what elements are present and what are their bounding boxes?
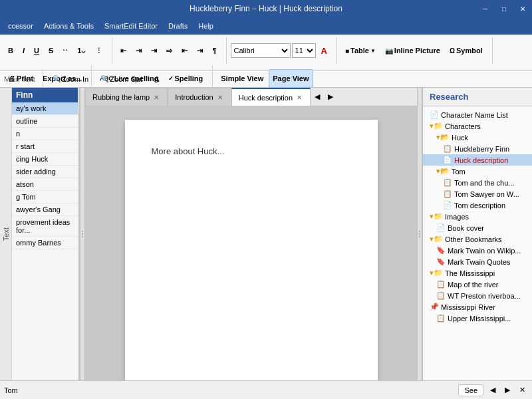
number-list-button[interactable]: 1⌵: [73, 41, 90, 60]
sidebar-items: Finn ay's work outline n r start cing Hu…: [12, 88, 78, 380]
strikethrough-button[interactable]: S: [45, 41, 57, 60]
table-button[interactable]: ■ Table ▼: [341, 41, 380, 60]
menu-bar: ccessor Actions & Tools SmartEdit Editor…: [0, 17, 532, 35]
font-size-select[interactable]: 11: [292, 43, 316, 58]
tree-characters[interactable]: ▾📁 Characters: [423, 120, 532, 132]
close-button[interactable]: ✕: [513, 0, 532, 17]
underline-button[interactable]: U: [30, 41, 43, 60]
menu-help[interactable]: Help: [193, 20, 219, 32]
bottom-nav-right[interactable]: ▶: [502, 384, 513, 396]
font-name-select[interactable]: Calibri: [231, 43, 291, 58]
text-label: Text: [2, 227, 10, 241]
tree-huck-description[interactable]: 📄 Huck description: [423, 154, 532, 166]
tree-tom-description[interactable]: 📄 Tom description: [423, 200, 532, 211]
align-justify-button[interactable]: ⇨: [162, 41, 176, 60]
sidebar-item-9[interactable]: provement ideas for...: [12, 216, 78, 237]
tree-mark-twain-quotes[interactable]: 🔖 Mark Twain Quotes: [423, 256, 532, 267]
doc-grey2-icon: 📄: [436, 223, 446, 232]
symbol-button[interactable]: Ω Symbol: [446, 41, 487, 60]
menu-drafts[interactable]: Drafts: [163, 20, 193, 32]
tree-huckleberry-finn[interactable]: 📋 Huckleberry Finn: [423, 143, 532, 154]
sidebar-item-5[interactable]: sider adding: [12, 166, 78, 178]
tree-book-cover[interactable]: 📄 Book cover: [423, 222, 532, 233]
tab-nav-right[interactable]: ▶: [324, 90, 337, 104]
sidebar-item-4[interactable]: cing Huck: [12, 153, 78, 166]
drag-dot: [419, 231, 420, 232]
special-button[interactable]: ¶: [208, 41, 220, 60]
drag-dot: [82, 236, 83, 237]
sidebar-item-6[interactable]: atson: [12, 178, 78, 191]
menu-actions-tools[interactable]: Actions & Tools: [39, 20, 99, 32]
tab-huck-description[interactable]: Huck description ✕: [231, 88, 311, 106]
tree-huck[interactable]: ▾📂 Huck: [423, 132, 532, 143]
align-center-button[interactable]: ⇥: [132, 41, 146, 60]
sidebar-item-8[interactable]: awyer's Gang: [12, 203, 78, 216]
tree-images[interactable]: ▾📁 Images: [423, 211, 532, 222]
doc-blue2-icon: 📋: [443, 190, 452, 198]
indent-decrease-button[interactable]: ⇤: [178, 41, 192, 60]
folder-miss-icon: ▾📁: [430, 269, 443, 277]
zoom-out-button[interactable]: 🔍 Zoom Out: [96, 74, 147, 84]
drag-dot: [82, 233, 83, 235]
right-drag-handle[interactable]: [417, 88, 422, 380]
doc-blue-icon: 📋: [443, 178, 452, 187]
tab-close-1[interactable]: ✕: [216, 94, 224, 101]
drag-dot: [419, 233, 420, 235]
bottom-tab-see[interactable]: See: [458, 384, 483, 396]
minimize-button[interactable]: ─: [476, 0, 495, 17]
font-color-button[interactable]: A: [317, 41, 331, 60]
maximize-button[interactable]: □: [495, 0, 513, 17]
sidebar-item-0[interactable]: ay's work: [12, 102, 78, 115]
tree-other-bookmarks[interactable]: ▾📁 Other Bookmarks: [423, 233, 532, 245]
zoom-in-button[interactable]: 🔍 Zoom In: [48, 74, 93, 84]
aa-button[interactable]: A: [150, 74, 164, 84]
main-text-label: Main Text: [4, 75, 38, 83]
sidebar-item-2[interactable]: n: [12, 128, 78, 140]
spelling-button[interactable]: ✓ Spelling: [164, 69, 207, 88]
tree-character-name-list[interactable]: 📄 Character Name List: [423, 109, 532, 120]
tab-close-0[interactable]: ✕: [152, 94, 160, 101]
bold-button[interactable]: B: [4, 41, 17, 60]
sidebar-item-3[interactable]: r start: [12, 140, 78, 153]
sidebar-item-1[interactable]: outline: [12, 115, 78, 128]
tree-tom-chu[interactable]: 📋 Tom and the chu...: [423, 177, 532, 188]
more-list-button[interactable]: ⋮: [91, 41, 106, 60]
ribbon: B I U S ⋅⋅ 1⌵ ⋮ ⇤ ⇥ ⇥ ⇨ ⇤ ⇥ ¶ Calibri 11…: [0, 35, 532, 70]
folder-open-icon: ▾📂: [436, 133, 450, 142]
indent-increase-button[interactable]: ⇥: [193, 41, 207, 60]
tree-tom[interactable]: ▾📂 Tom: [423, 166, 532, 177]
menu-processor[interactable]: ccessor: [3, 20, 39, 32]
tree-mississippi[interactable]: ▾📁 The Mississippi: [423, 267, 532, 279]
tree-tom-sawyer[interactable]: 📋 Tom Sawyer on W...: [423, 188, 532, 200]
tab-introduction[interactable]: Introduction ✕: [168, 88, 231, 106]
left-drag-handle[interactable]: [80, 88, 85, 380]
doc-grey-icon: 📄: [443, 201, 452, 209]
sidebar-item-10[interactable]: ommy Barnes: [12, 237, 78, 249]
editor-content: More about Huck...: [152, 146, 225, 156]
sidebar-title: Finn: [12, 88, 78, 102]
simple-view-button[interactable]: Simple View: [217, 69, 267, 88]
tab-rubbing-the-lamp[interactable]: Rubbing the lamp ✕: [85, 88, 168, 106]
page-view-button[interactable]: Page View: [269, 69, 313, 88]
italic-button[interactable]: I: [19, 41, 29, 60]
tab-close-2[interactable]: ✕: [295, 94, 303, 101]
tree-wt-preston[interactable]: 📋 WT Preston riverboa...: [423, 290, 532, 301]
research-tree: 📄 Character Name List ▾📁 Characters ▾📂 H…: [423, 106, 532, 380]
tree-map-river[interactable]: 📋 Map of the river: [423, 279, 532, 290]
align-left-button[interactable]: ⇤: [116, 41, 130, 60]
format-group: B I U S ⋅⋅ 1⌵ ⋮: [4, 37, 112, 64]
tree-mark-twain-wiki[interactable]: 🔖 Mark Twain on Wikip...: [423, 245, 532, 256]
menu-smartedit[interactable]: SmartEdit Editor: [99, 20, 163, 32]
tree-upper-mississippi[interactable]: 📋 Upper Mississippi...: [423, 313, 532, 324]
bottom-close[interactable]: ✕: [517, 384, 528, 396]
bottom-nav-left[interactable]: ◀: [487, 384, 498, 396]
editor-area[interactable]: More about Huck...: [85, 106, 417, 380]
tree-mississippi-river[interactable]: 📌 Mississippi River: [423, 301, 532, 313]
tab-nav-left[interactable]: ◀: [311, 90, 324, 104]
main-layout: Text Finn ay's work outline n r start ci…: [0, 88, 532, 380]
sidebar-item-7[interactable]: g Tom: [12, 191, 78, 203]
tabs-bar: Rubbing the lamp ✕ Introduction ✕ Huck d…: [85, 88, 417, 106]
inline-picture-button[interactable]: 📷 Inline Picture: [381, 41, 444, 60]
align-right-button[interactable]: ⇥: [147, 41, 161, 60]
bullet-list-button[interactable]: ⋅⋅: [59, 41, 72, 60]
